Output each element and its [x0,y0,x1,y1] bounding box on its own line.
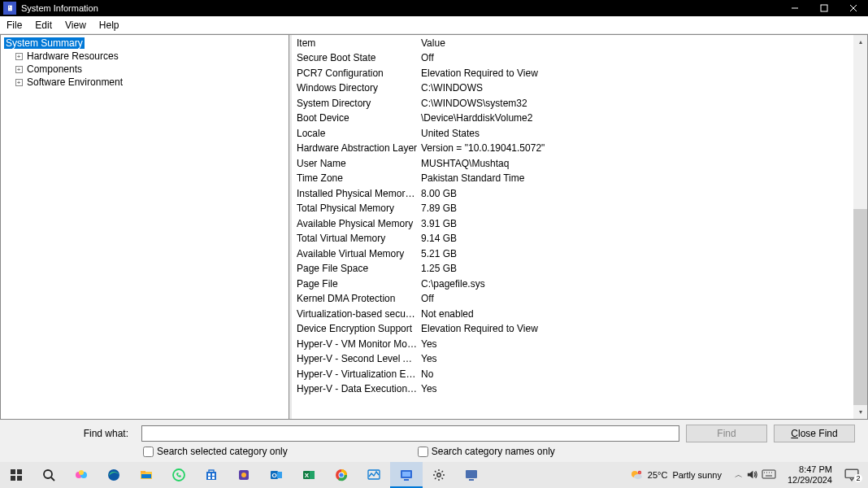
svg-rect-22 [208,477,210,479]
tree-item[interactable]: +Components [14,63,289,76]
system-tray[interactable]: ︿ [730,468,781,482]
outlook-icon[interactable]: O [260,462,293,488]
svg-rect-21 [212,473,215,476]
tray-chevron-icon[interactable]: ︿ [735,469,743,481]
app-icon-monitor[interactable] [455,462,488,488]
close-find-button[interactable]: Close Find [774,425,855,442]
svg-point-43 [634,474,642,479]
table-row[interactable]: Total Physical Memory7.89 GB [292,201,867,216]
find-button[interactable]: Find [686,425,767,442]
svg-rect-15 [141,471,145,473]
cell-value: United States [418,128,867,139]
table-row[interactable]: LocaleUnited States [292,126,867,142]
table-row[interactable]: Windows DirectoryC:\WINDOWS [292,81,867,96]
svg-rect-1 [821,5,827,11]
table-row[interactable]: Hyper-V - VM Monitor Mod...Yes [292,337,867,352]
cell-item: Installed Physical Memory (... [292,188,418,199]
cell-item: Locale [292,128,418,139]
maximize-button[interactable] [809,0,839,16]
table-row[interactable]: Hardware Abstraction LayerVersion = "10.… [292,141,867,156]
search-names-checkbox[interactable]: Search category names only [418,446,555,457]
cell-value: C:\WINDOWS [418,82,867,94]
table-row[interactable]: Secure Boot StateOff [292,50,867,66]
cell-value: 8.00 GB [418,188,867,199]
table-row[interactable]: Virtualization-based securityNot enabled [292,307,867,322]
expand-icon[interactable]: + [14,77,24,87]
vertical-scrollbar[interactable]: ▴ ▾ [853,35,867,419]
search-icon[interactable] [33,462,65,488]
menu-edit[interactable]: Edit [28,18,59,33]
content-area: System Summary +Hardware Resources+Compo… [0,34,868,420]
edge-icon[interactable] [98,462,130,488]
tree-root-system-summary[interactable]: System Summary [4,37,289,50]
table-row[interactable]: Page File Space1.25 GB [292,261,867,277]
scroll-up-arrow[interactable]: ▴ [853,35,867,49]
find-input[interactable] [141,425,679,442]
cell-item: User Name [292,158,418,169]
svg-rect-5 [17,469,22,474]
table-row[interactable]: Installed Physical Memory (...8.00 GB [292,186,867,202]
keyboard-icon[interactable] [762,468,776,481]
details-grid[interactable]: Item Value Secure Boot StateOffPCR7 Conf… [292,35,867,419]
cell-value: 7.89 GB [418,203,867,214]
scroll-thumb[interactable] [853,209,867,405]
table-row[interactable]: PCR7 ConfigurationElevation Required to … [292,66,867,81]
excel-icon[interactable]: X [293,462,325,488]
volume-icon[interactable] [746,468,758,482]
table-row[interactable]: Hyper-V - Data Execution P...Yes [292,381,867,397]
table-row[interactable]: Hyper-V - Second Level Ad...Yes [292,351,867,367]
table-row[interactable]: Kernel DMA ProtectionOff [292,291,867,307]
app-icon-generic[interactable] [228,462,260,488]
svg-rect-37 [402,472,410,477]
table-row[interactable]: Page FileC:\pagefile.sys [292,277,867,292]
table-row[interactable]: Available Physical Memory3.91 GB [292,216,867,232]
search-selected-checkbox[interactable]: Search selected category only [143,446,288,457]
table-row[interactable]: Total Virtual Memory9.14 GB [292,231,867,246]
svg-rect-40 [466,470,477,478]
settings-icon[interactable] [423,462,455,488]
table-row[interactable]: Hyper-V - Virtualization En...No [292,367,867,382]
cell-value: Yes [418,383,867,394]
weather-widget[interactable]: ! 25°C Partly sunny [622,468,730,481]
tree-item[interactable]: +Software Environment [14,76,289,89]
expand-icon[interactable]: + [14,64,24,74]
close-button[interactable] [839,0,868,16]
table-row[interactable]: System DirectoryC:\WINDOWS\system32 [292,96,867,111]
category-tree[interactable]: System Summary +Hardware Resources+Compo… [1,35,289,419]
tree-item[interactable]: +Hardware Resources [14,50,289,63]
grid-header[interactable]: Item Value [292,35,867,50]
svg-rect-41 [469,479,474,481]
cell-value: No [418,368,867,380]
file-explorer-icon[interactable] [130,462,163,488]
cell-value: MUSHTAQ\Mushtaq [418,158,867,169]
app-icon: 🖥 [3,2,16,15]
expand-icon[interactable]: + [14,51,24,61]
checkbox-input[interactable] [143,447,154,457]
menu-help[interactable]: Help [93,18,126,33]
cell-item: Available Virtual Memory [292,248,418,259]
cell-item: Time Zone [292,172,418,184]
notification-center-icon[interactable]: 2 [839,468,868,482]
minimize-button[interactable] [780,0,809,16]
col-header-value[interactable]: Value [418,37,867,49]
system-information-taskbar-icon[interactable] [390,462,423,488]
table-row[interactable]: Time ZonePakistan Standard Time [292,171,867,186]
table-row[interactable]: Device Encryption SupportElevation Requi… [292,321,867,337]
menu-view[interactable]: View [59,18,93,33]
scroll-down-arrow[interactable]: ▾ [853,405,867,419]
start-button[interactable] [0,462,33,488]
checkbox-input[interactable] [418,447,428,457]
clock[interactable]: 8:47 PM 12/29/2024 [781,464,839,486]
whatsapp-icon[interactable] [163,462,195,488]
scroll-track[interactable] [853,49,867,405]
copilot-icon[interactable] [65,462,98,488]
menu-file[interactable]: File [0,18,28,33]
cell-value: Off [418,293,867,304]
col-header-item[interactable]: Item [292,37,418,49]
microsoft-store-icon[interactable] [195,462,228,488]
table-row[interactable]: Boot Device\Device\HarddiskVolume2 [292,111,867,126]
chrome-icon[interactable] [325,462,358,488]
task-manager-icon[interactable] [358,462,390,488]
table-row[interactable]: Available Virtual Memory5.21 GB [292,246,867,262]
table-row[interactable]: User NameMUSHTAQ\Mushtaq [292,156,867,172]
